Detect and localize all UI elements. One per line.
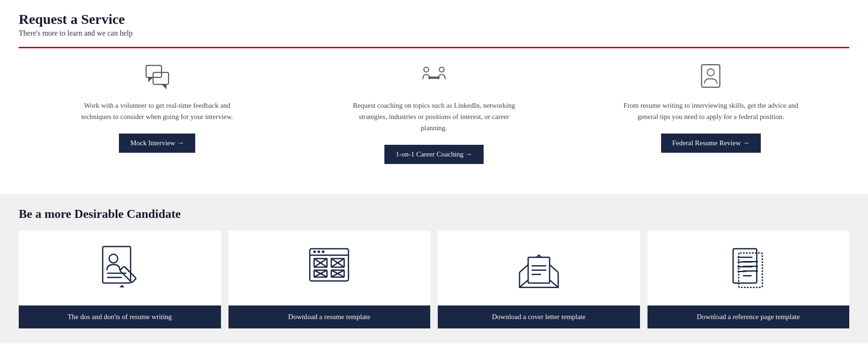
mock-interview-button[interactable]: Mock Interview → [119, 134, 195, 153]
candidate-card-cover-letter[interactable]: Download a cover letter template [438, 231, 640, 328]
service-card-federal-resume: From resume writing to interviewing skil… [573, 47, 849, 179]
svg-point-19 [318, 250, 321, 253]
candidate-card-reference-page[interactable]: Download a reference page template [647, 231, 850, 328]
service-cards-grid: Work with a volunteer to get real-time f… [19, 47, 849, 179]
coaching-icon [418, 60, 450, 92]
svg-point-10 [109, 254, 118, 263]
candidate-card-resume-tips[interactable]: The dos and don'ts of resume writing [19, 231, 221, 328]
page-wrapper: Request a Service There's more to learn … [0, 0, 868, 350]
bottom-section: Things to look for A good to have checkl… [0, 343, 868, 350]
resume-template-label: Download a resume template [228, 305, 431, 328]
cover-letter-label: Download a cover letter template [438, 305, 640, 328]
service-card-mock-interview: Work with a volunteer to get real-time f… [19, 47, 295, 179]
svg-rect-13 [120, 266, 136, 283]
svg-point-4 [424, 67, 429, 72]
envelope-icon [438, 231, 640, 305]
service-card-career-coaching: Request coaching on topics such as Linke… [295, 47, 572, 179]
mock-interview-desc: Work with a volunteer to get real-time f… [68, 100, 246, 122]
resume-tips-label: The dos and don'ts of resume writing [19, 305, 221, 328]
svg-point-18 [313, 250, 316, 253]
svg-marker-3 [162, 84, 167, 89]
page-subtitle: There's more to learn and we can help [19, 29, 849, 37]
resume-template-icon [228, 231, 431, 305]
person-icon [694, 60, 727, 92]
svg-rect-6 [428, 77, 440, 79]
career-coaching-button[interactable]: 1-on-1 Career Coaching → [384, 145, 484, 164]
svg-marker-14 [119, 285, 125, 288]
candidate-section: Be a more Desirable Candidate [0, 194, 868, 343]
candidate-cards-grid: The dos and don'ts of resume writing [19, 231, 849, 328]
resume-pencil-icon [19, 231, 221, 305]
coaching-desc: Request coaching on topics such as Linke… [345, 100, 523, 134]
chat-bubbles-icon [141, 60, 174, 92]
page-title: Request a Service [19, 11, 849, 27]
request-service-section: Request a Service There's more to learn … [0, 0, 868, 194]
candidate-card-resume-template[interactable]: Download a resume template [228, 231, 431, 328]
reference-page-icon [647, 231, 850, 305]
candidate-title: Be a more Desirable Candidate [19, 207, 849, 221]
svg-marker-1 [148, 77, 153, 82]
svg-point-5 [439, 67, 444, 72]
svg-rect-2 [153, 73, 169, 85]
reference-page-label: Download a reference page template [647, 305, 850, 328]
svg-rect-0 [146, 66, 162, 78]
federal-resume-button[interactable]: Federal Resume Review → [661, 134, 761, 153]
svg-point-8 [707, 69, 714, 76]
svg-rect-44 [739, 253, 762, 287]
svg-point-20 [322, 250, 325, 253]
federal-resume-desc: From resume writing to interviewing skil… [622, 100, 800, 122]
